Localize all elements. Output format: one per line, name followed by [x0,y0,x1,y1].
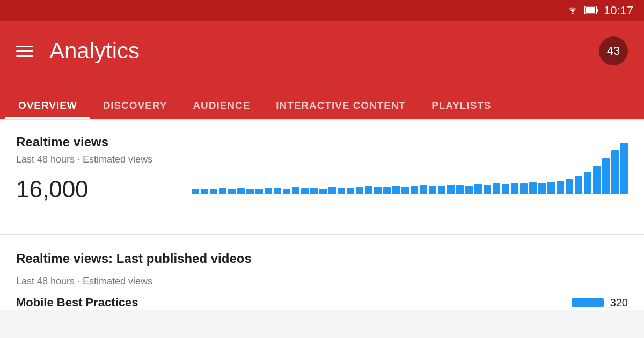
svg-rect-2 [586,7,595,13]
chart-bar [383,187,391,194]
realtime-value: 16,000 [16,176,152,203]
chart-bar [246,189,254,194]
chart-bar [401,187,409,194]
battery-icon [584,5,598,17]
video-row: Mobile Best Practices 320 [16,287,628,310]
main-content: Realtime views Last 48 hours · Estimated… [0,120,644,234]
app-header: Analytics 43 [0,21,644,80]
tab-interactive-content[interactable]: INTERACTIVE CONTENT [263,92,419,119]
video-bar [572,298,604,307]
chart-bar [566,179,573,194]
tab-discovery[interactable]: DISCOVERY [90,92,180,119]
chart-bar [347,188,354,194]
tab-playlists[interactable]: PLAYLISTS [419,92,504,119]
chart-bar [328,187,336,194]
chart-bar [310,188,318,194]
wifi-icon [566,5,579,17]
svg-point-0 [572,13,573,14]
page-title: Analytics [49,38,140,64]
svg-rect-3 [597,9,598,12]
chart-bar [356,187,363,194]
realtime-videos-subtitle: Last 48 hours · Estimated views [16,276,152,286]
chart-bar [374,187,382,194]
realtime-videos-section: Realtime views: Last published videos La… [0,235,644,310]
realtime-views-section: Realtime views Last 48 hours · Estimated… [16,135,628,219]
tab-audience[interactable]: AUDIENCE [180,92,263,119]
chart-bar [575,176,582,194]
chart-bar [365,186,372,194]
status-bar: 10:17 [0,0,644,21]
chart-bar [538,183,546,194]
tabs-bar: OVERVIEW DISCOVERY AUDIENCE INTERACTIVE … [0,80,644,119]
video-title: Mobile Best Practices [16,296,138,310]
chart-bar [511,183,518,194]
chart-bar [465,186,473,194]
tab-overview[interactable]: OVERVIEW [5,92,90,119]
chart-bar [420,185,427,194]
chart-bar [265,188,272,194]
chart-bar [228,189,236,194]
chart-bar [338,188,345,194]
chart-bar [392,186,400,194]
header-left: Analytics [16,38,140,64]
chart-bar [301,188,309,194]
realtime-subtitle: Last 48 hours · Estimated views [16,154,152,165]
chart-bar [529,182,537,194]
chart-bar [602,158,610,194]
chart-bar [557,181,564,194]
chart-bar [620,143,628,194]
chart-bar [584,172,591,194]
realtime-videos-content: Realtime views: Last published videos La… [0,251,644,310]
video-bar-container: 320 [572,297,628,309]
chart-bar [210,189,217,194]
realtime-videos-title: Realtime views: Last published videos [16,251,252,266]
chart-bar [484,185,491,194]
status-icons: 10:17 [566,4,633,18]
chart-bar [411,186,418,194]
notification-badge[interactable]: 43 [599,36,628,65]
chart-bar [292,187,299,194]
chart-bar [447,185,455,194]
chart-bar [438,186,445,194]
chart-bar [255,189,263,194]
chart-bar [611,150,619,194]
realtime-title: Realtime views [16,135,152,150]
chart-bar [474,184,482,194]
chart-bar [219,188,226,194]
chart-bar [319,189,327,194]
chart-bar [237,188,245,194]
chart-bar [429,186,436,194]
realtime-chart [192,140,628,194]
chart-bar [493,183,500,194]
chart-bar [520,183,528,194]
chart-bar [502,184,509,194]
chart-bar [456,185,464,194]
chart-bar [283,189,290,194]
video-count: 320 [610,297,628,309]
chart-bar [192,189,199,194]
chart-bar [274,188,281,194]
chart-bar [593,166,601,194]
realtime-views-left: Realtime views Last 48 hours · Estimated… [16,135,152,203]
chart-bar [547,182,555,194]
chart-bar [201,189,208,194]
status-time: 10:17 [604,4,633,18]
hamburger-menu-button[interactable] [16,46,33,57]
